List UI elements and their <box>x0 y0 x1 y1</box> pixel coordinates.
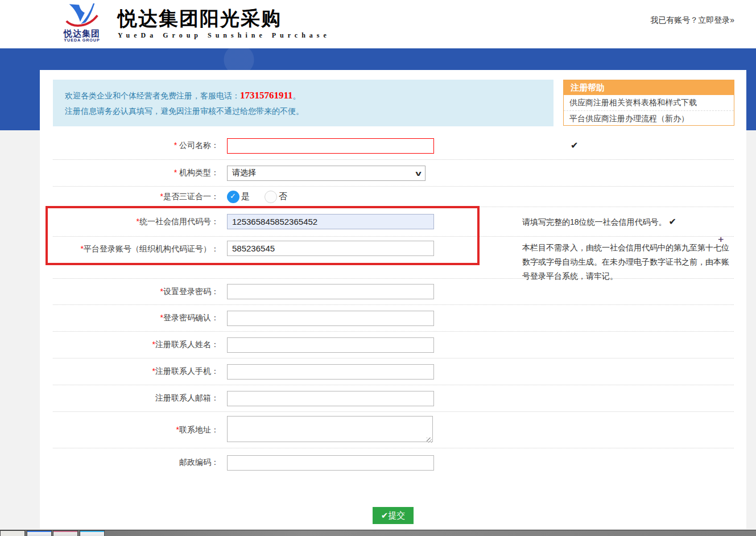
taskbar <box>0 530 756 536</box>
contact-phone-label: *注册联系人手机： <box>53 366 219 377</box>
login-link[interactable]: 我已有账号？立即登录» <box>650 15 734 26</box>
check-icon: ✔ <box>381 510 389 520</box>
page-title: 悦达集团阳光采购 <box>118 7 331 29</box>
row-address: *联系地址： <box>53 412 734 448</box>
logo-brand-en: YUEDA GROUP <box>59 38 106 42</box>
registration-form: * 公司名称： ✔ * 机构类型： 请选择 v *是否三证合一： 是 否 <box>53 132 734 477</box>
platform-account-label: *平台登录账号（组织机构代码证号）： <box>53 241 219 257</box>
notice-text: 欢迎各类企业和个体经营者免费注册，客服电话： <box>65 91 240 100</box>
platform-account-input[interactable] <box>227 241 434 256</box>
notice-line-1: 欢迎各类企业和个体经营者免费注册，客服电话：17315761911。 <box>65 88 553 104</box>
credit-code-input[interactable] <box>227 214 434 229</box>
row-three-in-one: *是否三证合一： 是 否 <box>53 187 734 207</box>
submit-button[interactable]: ✔提交 <box>373 507 414 524</box>
password-label: *设置登录密码： <box>53 287 219 297</box>
org-type-selected-value: 请选择 <box>232 168 256 178</box>
yueda-logo-icon <box>64 3 100 30</box>
row-postcode: 邮政编码： <box>53 448 734 477</box>
password-input[interactable] <box>227 284 434 299</box>
taskbar-item[interactable] <box>27 530 52 536</box>
check-icon: ✔ <box>571 140 578 151</box>
radio-unchecked-icon[interactable] <box>265 191 277 203</box>
org-type-label: * 机构类型： <box>53 168 219 178</box>
three-in-one-label: *是否三证合一： <box>53 192 219 202</box>
platform-account-hint: 本栏目不需录入，由统一社会信用代码中的第九至第十七位数字或字母自动生成。在未办理… <box>522 241 734 283</box>
row-password-confirm: *登录密码确认： <box>53 305 734 332</box>
annotation-plus-mark: + <box>718 234 724 245</box>
contact-name-label: *注册联系人姓名： <box>53 340 219 350</box>
register-help-title: 注册帮助 <box>564 80 734 95</box>
row-contact-email: 注册联系人邮箱： <box>53 385 734 412</box>
page-header: 悦达集团 YUEDA GROUP 悦达集团阳光采购 YueDa Group Su… <box>0 0 756 48</box>
notice-text-suffix: 。 <box>293 91 301 100</box>
radio-no[interactable]: 否 <box>265 191 287 203</box>
password-confirm-input[interactable] <box>227 311 434 326</box>
help-link-register-flow[interactable]: 平台供应商注册办理流程（新办） <box>564 110 734 126</box>
row-contact-phone: *注册联系人手机： <box>53 358 734 385</box>
row-org-type: * 机构类型： 请选择 v <box>53 160 734 187</box>
password-confirm-label: *登录密码确认： <box>53 313 219 323</box>
notice-line-2: 注册信息请务必认真填写，避免因注册审核不通过给您带来的不便。 <box>65 104 553 119</box>
credit-code-hint: 请填写完整的18位统一社会信用代码号。 ✔ <box>522 215 734 229</box>
service-phone: 17315761911 <box>240 90 293 101</box>
row-company-name: * 公司名称： ✔ <box>53 132 734 160</box>
registration-panel: 欢迎各类企业和个体经营者免费注册，客服电话：17315761911。 注册信息请… <box>40 70 746 529</box>
taskbar-item[interactable] <box>53 530 78 536</box>
row-password: *设置登录密码： <box>53 279 734 305</box>
contact-phone-input[interactable] <box>227 364 434 380</box>
address-textarea[interactable] <box>227 416 433 442</box>
taskbar-item[interactable] <box>80 530 105 536</box>
row-contact-name: *注册联系人姓名： <box>53 332 734 358</box>
credit-code-label: *统一社会信用代码号： <box>53 217 219 227</box>
taskbar-item[interactable] <box>0 530 25 536</box>
org-type-select[interactable]: 请选择 v <box>227 166 425 181</box>
address-label: *联系地址： <box>53 425 219 435</box>
company-name-input[interactable] <box>227 138 434 154</box>
three-in-one-radio-group: 是 否 <box>227 191 287 203</box>
row-platform-account: *平台登录账号（组织机构代码证号）： 本栏目不需录入，由统一社会信用代码中的第九… <box>53 237 734 279</box>
page-subtitle: YueDa Group Sunshine Purchase <box>118 31 331 40</box>
site-title: 悦达集团阳光采购 YueDa Group Sunshine Purchase <box>118 7 331 40</box>
postcode-label: 邮政编码： <box>53 457 219 468</box>
postcode-input[interactable] <box>227 455 434 471</box>
radio-yes[interactable]: 是 <box>227 191 250 203</box>
contact-email-label: 注册联系人邮箱： <box>53 393 219 403</box>
required-mark: * <box>174 141 179 150</box>
check-icon: ✔ <box>668 217 676 226</box>
row-credit-code: *统一社会信用代码号： 请填写完整的18位统一社会信用代码号。 ✔ <box>53 207 734 237</box>
contact-email-input[interactable] <box>227 391 434 406</box>
radio-checked-icon[interactable] <box>227 191 239 203</box>
chevron-down-icon: v <box>415 169 421 178</box>
help-link-supplier-docs[interactable]: 供应商注册相关资料表格和样式下载 <box>564 95 734 110</box>
resize-grip-icon[interactable] <box>427 438 432 443</box>
register-help-box: 注册帮助 供应商注册相关资料表格和样式下载 平台供应商注册办理流程（新办） <box>563 80 734 126</box>
required-mark: * <box>174 168 179 177</box>
company-name-label: * 公司名称： <box>53 141 219 151</box>
yueda-logo: 悦达集团 YUEDA GROUP <box>56 3 108 47</box>
logo-brand-cn: 悦达集团 <box>56 30 108 38</box>
contact-name-input[interactable] <box>227 337 434 353</box>
welcome-notice: 欢迎各类企业和个体经营者免费注册，客服电话：17315761911。 注册信息请… <box>53 80 553 126</box>
